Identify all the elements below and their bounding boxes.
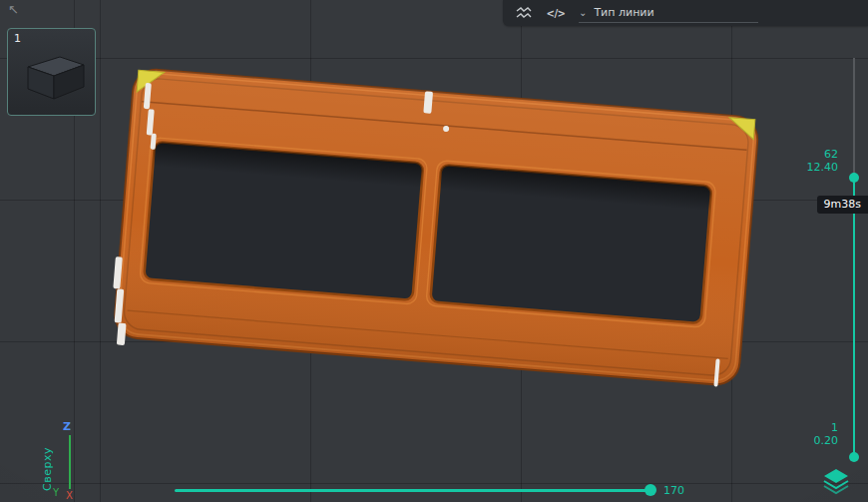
- layer-slider-top-handle[interactable]: [849, 173, 859, 183]
- layer-slider-bottom-handle[interactable]: [849, 452, 859, 462]
- current-layer-number: 62: [782, 148, 838, 161]
- home-view-icon[interactable]: ↖: [8, 2, 19, 17]
- view-name-label: Сверху: [41, 447, 54, 491]
- layers-button[interactable]: [822, 467, 852, 497]
- print-time-badge: 9m38s: [817, 196, 868, 214]
- line-type-dropdown[interactable]: ⌄ Тип линии: [579, 3, 758, 23]
- layer-slider-track-active[interactable]: [853, 173, 855, 457]
- gcode-icon[interactable]: </>: [547, 4, 565, 22]
- axis-line: [69, 435, 71, 489]
- preview-toolbar: </> ⌄ Тип линии: [503, 0, 868, 26]
- segment-slider-track[interactable]: [175, 489, 651, 492]
- segment-slider-value: 170: [663, 484, 684, 497]
- sliced-model[interactable]: [109, 68, 759, 394]
- chevron-down-icon: ⌄: [579, 8, 587, 18]
- flow-lines-icon[interactable]: [515, 4, 533, 22]
- layer-slider-top-labels: 62 12.40: [782, 148, 838, 174]
- min-layer-height: 0.20: [782, 434, 838, 447]
- axis-z-label: Z: [63, 420, 71, 433]
- axis-x-label: X: [66, 490, 73, 501]
- segment-slider-handle[interactable]: [645, 484, 656, 496]
- plate-preview-box: [8, 29, 95, 115]
- model-canvas: [0, 0, 868, 502]
- current-layer-height: 12.40: [782, 161, 838, 174]
- plate-index: 1: [14, 32, 21, 45]
- min-layer-number: 1: [782, 421, 838, 434]
- layer-slider-track-upper[interactable]: [853, 58, 855, 173]
- viewport-3d[interactable]: ↖ </> ⌄ Тип линии 1 62 12.40 9m38s 1: [0, 0, 868, 502]
- layers-icon: [822, 467, 850, 495]
- line-type-label: Тип линии: [594, 6, 653, 19]
- plate-thumbnail[interactable]: 1: [7, 28, 96, 116]
- layer-slider-bottom-labels: 1 0.20: [782, 421, 838, 447]
